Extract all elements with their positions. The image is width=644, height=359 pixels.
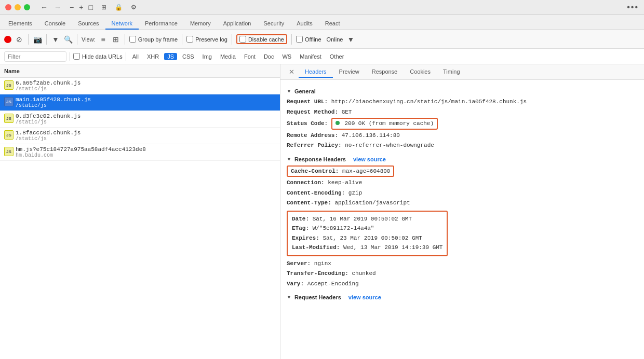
request-title: Request Headers bbox=[294, 294, 341, 300]
disable-cache-group: Disable cache bbox=[236, 34, 287, 44]
tab-preview[interactable]: Preview bbox=[333, 66, 366, 78]
view-list-icon[interactable]: ≡ bbox=[99, 35, 108, 44]
offline-checkbox[interactable] bbox=[296, 36, 303, 43]
hide-data-urls-group: Hide data URLs bbox=[73, 53, 123, 60]
preserve-log-checkbox[interactable] bbox=[186, 36, 193, 43]
last-modified-key: Last-Modified: bbox=[292, 244, 340, 251]
filter-all-button[interactable]: All bbox=[129, 53, 142, 60]
search-button[interactable]: 🔍 bbox=[63, 35, 73, 44]
filter-media-button[interactable]: Media bbox=[217, 53, 239, 60]
online-dropdown-icon[interactable]: ▼ bbox=[346, 35, 355, 44]
file-path: /static/js bbox=[16, 119, 276, 125]
filter-other-button[interactable]: Other bbox=[327, 53, 347, 60]
toolbar-separator-6 bbox=[232, 34, 232, 45]
minimize-button[interactable] bbox=[15, 4, 21, 10]
cache-control-row: Cache-Control: max-age=604800 bbox=[287, 165, 638, 177]
tab-memory[interactable]: Memory bbox=[184, 18, 217, 30]
tab-audits[interactable]: Audits bbox=[290, 18, 319, 30]
disable-cache-checkbox[interactable] bbox=[239, 36, 246, 43]
js-file-icon: JS bbox=[4, 147, 14, 156]
tab-performance[interactable]: Performance bbox=[139, 18, 184, 30]
filter-js-button[interactable]: JS bbox=[164, 53, 177, 60]
filter-img-button[interactable]: Img bbox=[199, 53, 215, 60]
toolbar: ⊘ 📷 ▼ 🔍 View: ≡ ⊞ Group by frame Preserv… bbox=[0, 30, 644, 49]
list-item[interactable]: JS 1.8faccc0d.chunk.js /static/js bbox=[0, 128, 280, 144]
response-title: Response Headers bbox=[294, 156, 346, 162]
triangle-icon: ▼ bbox=[287, 89, 291, 94]
preserve-log-label: Preserve log bbox=[195, 36, 227, 43]
view-grid-icon[interactable]: ⊞ bbox=[111, 35, 120, 44]
filter-button[interactable]: ▼ bbox=[51, 35, 60, 44]
file-list: Name JS 6.a65f2abe.chunk.js /static/js J… bbox=[0, 64, 280, 359]
panel-tabs: ✕ Headers Preview Response Cookies Timin… bbox=[280, 64, 644, 80]
record-button[interactable] bbox=[4, 36, 11, 43]
request-view-source-link[interactable]: view source bbox=[348, 294, 381, 300]
clear-button[interactable]: ⊘ bbox=[15, 35, 24, 44]
lock-button[interactable]: 🔒 bbox=[113, 3, 125, 12]
server-key: Server: bbox=[287, 260, 311, 267]
general-section-title: ▼ General bbox=[287, 88, 638, 94]
list-item[interactable]: JS main.1a05f428.chunk.js /static/js bbox=[0, 94, 280, 111]
filter-input[interactable] bbox=[4, 51, 66, 62]
server-row: Server: nginx bbox=[287, 259, 638, 268]
referrer-policy-row: Referrer Policy: no-referrer-when-downgr… bbox=[287, 141, 638, 150]
request-url-value: http://biaochenxuying.cn/static/js/main.… bbox=[331, 99, 527, 105]
response-view-source-link[interactable]: view source bbox=[353, 156, 386, 162]
filter-ws-button[interactable]: WS bbox=[279, 53, 294, 60]
referrer-policy-key: Referrer Policy: bbox=[287, 142, 342, 148]
toolbar-separator-7 bbox=[291, 34, 292, 45]
file-path: /static/js bbox=[16, 86, 276, 92]
preserve-log-group: Preserve log bbox=[186, 36, 227, 43]
expires-value: Sat, 23 Mar 2019 00:50:02 GMT bbox=[323, 235, 422, 241]
list-item[interactable]: JS 6.a65f2abe.chunk.js /static/js bbox=[0, 78, 280, 94]
tab-timing[interactable]: Timing bbox=[437, 66, 466, 78]
expires-key: Expires: bbox=[292, 235, 319, 241]
filter-xhr-button[interactable]: XHR bbox=[144, 53, 162, 60]
filter-css-button[interactable]: CSS bbox=[179, 53, 197, 60]
tab-network[interactable]: Network bbox=[105, 18, 139, 30]
name-column-header: Name bbox=[4, 68, 20, 74]
tab-application[interactable]: Application bbox=[217, 18, 258, 30]
hide-data-urls-checkbox[interactable] bbox=[73, 53, 80, 60]
forward-button[interactable]: → bbox=[52, 2, 63, 12]
group-by-frame-checkbox[interactable] bbox=[129, 36, 136, 43]
referrer-policy-value: no-referrer-when-downgrade bbox=[345, 142, 434, 148]
tab-react[interactable]: React bbox=[319, 18, 346, 30]
zoom-in-button[interactable]: + bbox=[77, 2, 85, 12]
connection-row: Connection: keep-alive bbox=[287, 178, 638, 187]
filter-font-button[interactable]: Font bbox=[241, 53, 259, 60]
group-by-frame-group: Group by frame bbox=[129, 36, 178, 43]
back-button[interactable]: ← bbox=[38, 2, 50, 12]
triangle-icon: ▼ bbox=[287, 157, 291, 162]
settings-button[interactable]: ⚙ bbox=[129, 3, 139, 12]
toolbar-separator-5 bbox=[182, 34, 182, 45]
toolbar-separator-1 bbox=[28, 34, 29, 45]
panel-close-button[interactable]: ✕ bbox=[285, 66, 299, 78]
more-button[interactable]: ••• bbox=[627, 3, 639, 12]
close-button[interactable] bbox=[5, 4, 11, 10]
screen-button[interactable]: ⊞ bbox=[99, 3, 109, 12]
date-value: Sat, 16 Mar 2019 00:50:02 GMT bbox=[313, 216, 412, 222]
zoom-out-button[interactable]: − bbox=[68, 2, 76, 12]
view-label: View: bbox=[82, 36, 96, 43]
camera-button[interactable]: 📷 bbox=[33, 35, 42, 44]
tab-elements[interactable]: Elements bbox=[2, 18, 38, 30]
tab-console[interactable]: Console bbox=[38, 18, 72, 30]
disable-cache-label: Disable cache bbox=[248, 36, 284, 43]
tab-response[interactable]: Response bbox=[366, 66, 404, 78]
tab-sources[interactable]: Sources bbox=[72, 18, 105, 30]
js-file-icon: JS bbox=[4, 114, 14, 123]
zoom-reset-button[interactable]: □ bbox=[86, 2, 95, 12]
filter-doc-button[interactable]: Doc bbox=[261, 53, 277, 60]
list-item[interactable]: JS 0.d3fc3c02.chunk.js /static/js bbox=[0, 111, 280, 128]
list-item[interactable]: JS hm.js?e75c184727a975aa58adf4acc4123de… bbox=[0, 144, 280, 161]
etag-value: W/"5c891172-14a4a" bbox=[313, 225, 374, 231]
etag-key: ETag: bbox=[292, 225, 309, 231]
tab-headers[interactable]: Headers bbox=[299, 66, 333, 78]
maximize-button[interactable] bbox=[24, 4, 30, 10]
tab-security[interactable]: Security bbox=[257, 18, 290, 30]
toolbar-separator-3 bbox=[77, 34, 77, 45]
tab-cookies[interactable]: Cookies bbox=[404, 66, 437, 78]
filter-manifest-button[interactable]: Manifest bbox=[297, 53, 325, 60]
js-file-icon: JS bbox=[4, 97, 14, 106]
